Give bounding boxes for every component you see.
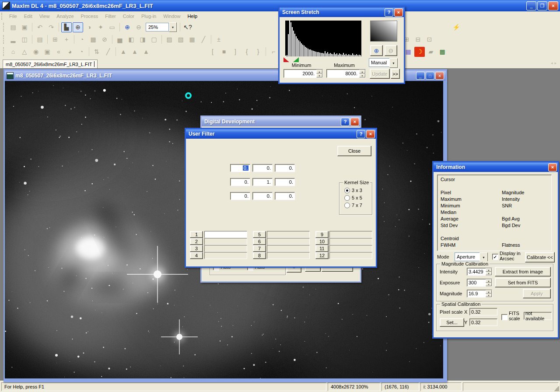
kernel-cell-1-0[interactable]: 0. — [230, 178, 250, 186]
restore-button[interactable]: ❐ — [537, 1, 547, 10]
menu-view[interactable]: View — [36, 12, 53, 20]
redo-icon[interactable]: ↷ — [46, 22, 56, 32]
slew-icon[interactable]: ⚡ — [451, 22, 462, 32]
kernel-size-radio-3x3[interactable] — [344, 188, 350, 193]
filter-slot-field-11[interactable] — [329, 245, 372, 252]
filter-slot-button-7[interactable]: 7 — [253, 245, 266, 252]
dd-help-button[interactable]: ? — [341, 118, 350, 126]
open-icon[interactable]: ▤ — [8, 22, 18, 32]
colorgrid-icon[interactable]: ▩ — [437, 47, 448, 57]
pointer-mode-icon[interactable]: ✦ — [95, 22, 106, 32]
kernel-cell-0-1[interactable]: 0. — [252, 164, 273, 172]
block-icon[interactable]: ■ — [219, 47, 229, 57]
toolbar-grip[interactable] — [3, 23, 6, 32]
filter-slot-field-2[interactable] — [204, 238, 247, 245]
camera2-icon[interactable]: ▰ — [426, 47, 436, 57]
menu-window[interactable]: Window — [160, 12, 184, 20]
chevrons-icon[interactable]: « — [53, 47, 64, 57]
magnitude-field[interactable]: 16.9 ▲▼ — [467, 290, 492, 298]
intensity-field[interactable]: 3.4429 ▲▼ — [467, 268, 492, 276]
night-mode-icon[interactable]: ◑ — [84, 22, 94, 32]
gradient-c-icon[interactable]: ▦ — [187, 35, 197, 45]
menu-help[interactable]: Help — [184, 12, 201, 20]
plus-minus-icon[interactable]: ± — [214, 35, 224, 45]
update-button[interactable]: Update — [370, 69, 390, 79]
zoom-level-select[interactable]: 25%▼ — [146, 22, 177, 32]
calibrate-button[interactable]: Calibrate << — [525, 252, 555, 262]
camera-window-icon[interactable]: ▭ — [107, 22, 117, 32]
toolbar-grip[interactable] — [3, 35, 6, 44]
menu-edit[interactable]: Edit — [21, 12, 36, 20]
menu-process[interactable]: Process — [77, 12, 102, 20]
menu-color[interactable]: Color — [119, 12, 138, 20]
tab-scroll-arrows[interactable]: ◂▸ — [551, 58, 556, 68]
maximum-field[interactable]: 8000. ▲▼ — [326, 69, 366, 78]
document-tab[interactable]: m8_050507_26i6x8mc26mF_LR3_L.FIT — [3, 60, 98, 68]
set-from-fits-button[interactable]: Set from FITS — [495, 278, 551, 287]
stretch-mode-select[interactable]: Manual ▼ — [369, 58, 398, 68]
filter-slot-field-4[interactable] — [204, 252, 247, 259]
filter-slot-button-2[interactable]: 2 — [190, 238, 203, 245]
dd-close-button[interactable]: × — [350, 118, 359, 126]
home-icon[interactable]: ⌂ — [8, 47, 18, 57]
kernel-cell-0-2[interactable]: 0. — [275, 164, 295, 172]
information-title-bar[interactable]: Information × — [434, 162, 558, 172]
kernel-cell-2-2[interactable]: 0. — [275, 192, 295, 200]
kernel-size-radio-5x5[interactable] — [344, 195, 350, 201]
screen-stretch-icon[interactable]: ▙ — [61, 22, 72, 32]
stretch-mode-arrow[interactable]: ▼ — [389, 58, 398, 68]
exposure-field[interactable]: 300 ▲▼ — [467, 279, 492, 287]
zoom-in-icon[interactable]: ⊕ — [122, 22, 133, 32]
gradient-a-icon[interactable]: ▨ — [164, 35, 175, 45]
bracket-a-icon[interactable]: [ — [207, 47, 218, 57]
filter-slot-field-1[interactable] — [204, 231, 247, 238]
brace-b-icon[interactable]: } — [253, 47, 263, 57]
mode-select[interactable]: Aperture ▼ — [455, 252, 488, 262]
maximum-down[interactable]: ▼ — [359, 74, 365, 77]
minimum-marker[interactable] — [284, 57, 289, 62]
menu-filter[interactable]: Filter — [102, 12, 119, 20]
intensity-down[interactable]: ▼ — [486, 272, 492, 275]
mode-dropdown-arrow[interactable]: ▼ — [480, 252, 488, 262]
filter-slot-button-6[interactable]: 6 — [253, 238, 266, 245]
information-close-button[interactable]: × — [548, 163, 557, 172]
user-filter-title-bar[interactable]: User Filter ? × — [186, 129, 376, 139]
kernel-cell-2-1[interactable]: 0. — [252, 192, 273, 200]
prism-icon[interactable]: △ — [19, 47, 30, 57]
apply-button[interactable]: Apply — [523, 289, 551, 298]
filter-slot-field-9[interactable] — [329, 231, 372, 238]
pixel-scale-y-field[interactable]: 0.32 — [469, 318, 497, 326]
filter-slot-button-10[interactable]: 10 — [315, 238, 329, 245]
filter-slot-button-9[interactable]: 9 — [315, 231, 329, 238]
mountain-star-icon[interactable]: ▲ — [130, 47, 140, 57]
menu-plugin[interactable]: Plug-in — [138, 12, 160, 20]
mountain-flag-icon[interactable]: ▲ — [141, 47, 151, 57]
flask-icon[interactable]: ◔ — [77, 35, 87, 45]
halftone-icon[interactable]: ▩ — [88, 35, 98, 45]
filter-slot-button-3[interactable]: 3 — [190, 245, 203, 252]
minimum-down[interactable]: ▼ — [316, 74, 322, 77]
copy-icon[interactable]: ⊞ — [50, 35, 60, 45]
frame01-icon[interactable]: ▣ — [42, 47, 52, 57]
image-maximize-button[interactable]: □ — [426, 72, 434, 80]
screen-stretch-title-bar[interactable]: Screen Stretch ? × — [280, 7, 404, 17]
user-filter-close-x[interactable]: × — [366, 130, 375, 138]
layer-right-icon[interactable]: ◨ — [137, 35, 148, 45]
filter-slot-field-10[interactable] — [329, 238, 372, 245]
digital-development-title-bar[interactable]: Digital Development ? × — [202, 117, 360, 126]
bracket-b-icon[interactable]: ] — [230, 47, 241, 57]
moon-icon[interactable]: ☽ — [414, 47, 425, 57]
stretch-zoom-out-button[interactable]: ⊖ — [385, 45, 397, 56]
filter-slot-field-7[interactable] — [267, 245, 310, 252]
mountain-icon[interactable]: ▲ — [118, 47, 129, 57]
filter-slot-field-3[interactable] — [204, 245, 247, 252]
filter-slot-button-12[interactable]: 12 — [315, 252, 329, 259]
stretch-zoom-in-button[interactable]: ⊕ — [370, 45, 383, 56]
zoom-out-icon[interactable]: ⊖ — [133, 22, 144, 32]
add-icon[interactable]: + — [61, 35, 72, 45]
fits-scale-checkbox[interactable] — [501, 314, 508, 320]
zoom-level-dropdown-arrow[interactable]: ▼ — [169, 22, 177, 32]
no-entry-icon[interactable]: ⊘ — [99, 35, 110, 45]
resize-grip[interactable] — [554, 386, 559, 391]
extract-from-image-button[interactable]: Extract from image — [495, 267, 551, 276]
